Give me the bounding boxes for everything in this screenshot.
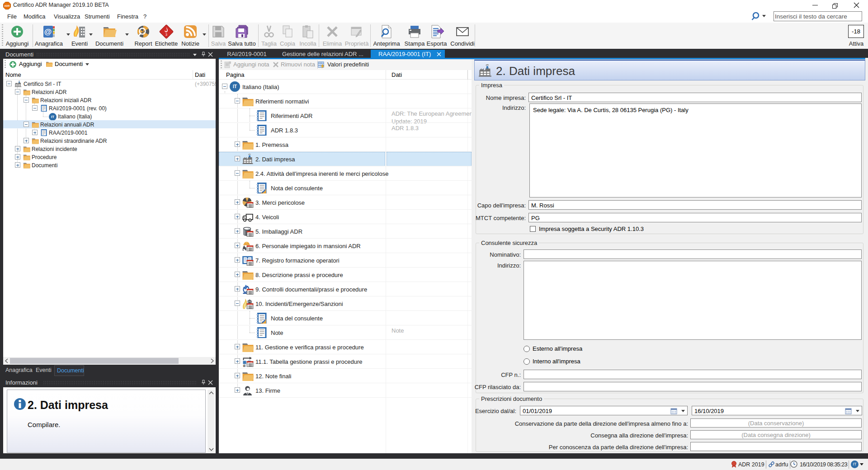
svg-text:3: 3 xyxy=(165,33,167,36)
svg-text:@: @ xyxy=(44,28,52,36)
svg-text:ADR: ADR xyxy=(5,5,10,7)
